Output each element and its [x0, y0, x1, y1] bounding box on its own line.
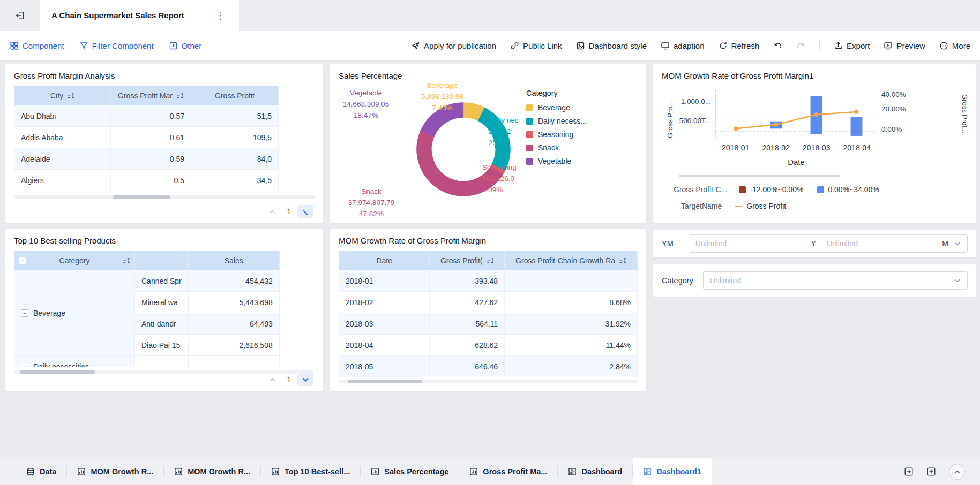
chevron-down-icon: [954, 240, 961, 247]
filter-icon: [79, 41, 88, 50]
exit-icon: [15, 11, 25, 20]
collapse-group-icon[interactable]: −: [21, 363, 28, 368]
component-icon: [10, 41, 19, 50]
dashboard-style-button[interactable]: Dashboard style: [576, 41, 647, 50]
table-row[interactable]: 2018-02427.628.68%: [339, 292, 638, 313]
legend-target-label: TargetName: [681, 202, 722, 210]
sort-icon[interactable]: [67, 92, 74, 100]
table-row[interactable]: Algiers0.534,5: [14, 170, 279, 191]
category-filter-panel: Category Unlimited: [653, 264, 976, 297]
table-row[interactable]: Adelaide0.5984,0: [14, 148, 279, 170]
table-row[interactable]: 2018-01393.48: [339, 270, 638, 292]
legend-item-daily-necessities[interactable]: Daily necess...: [526, 117, 587, 125]
component-button[interactable]: Component: [10, 41, 64, 50]
mom-chart-svg: [716, 90, 877, 139]
apply-for-publication-button[interactable]: Apply for publication: [411, 41, 496, 50]
horizontal-scrollbar[interactable]: [339, 380, 638, 383]
horizontal-scrollbar[interactable]: [14, 195, 315, 199]
undo-button[interactable]: [773, 41, 782, 50]
right-axis-tick: 0.00%: [881, 125, 915, 133]
report-title-container: A Chain Supermarket Sales Report ⋮: [40, 0, 239, 31]
page-down-button[interactable]: [297, 205, 313, 218]
table-row[interactable]: 2018-04628.6211.44%: [339, 335, 638, 356]
tab-sales-percentage[interactable]: Sales Percentage: [361, 458, 459, 485]
tab-top-10-best-selling[interactable]: Top 10 Best-sell...: [261, 458, 360, 485]
redo-button[interactable]: [796, 41, 805, 50]
column-header-profit[interactable]: Gross Profit: [191, 86, 279, 105]
x-axis-title: Date: [715, 157, 877, 166]
chart-zoom-slider[interactable]: [679, 175, 840, 177]
toolbar-right-group: Apply for publication Public Link Dashbo…: [411, 40, 970, 51]
tab-dashboard1[interactable]: Dashboard1: [633, 458, 712, 485]
category-filter-select[interactable]: Unlimited: [703, 271, 968, 290]
panel-title: MOM Growth Rate of Gross Profit Margin: [339, 236, 638, 245]
callout-beverage: Beverage5,898,130.987.43%: [401, 80, 484, 114]
table-row[interactable]: 2018-05646.462.84%: [339, 356, 638, 377]
more-label: More: [952, 41, 970, 50]
page-up-button[interactable]: [264, 205, 280, 218]
legend-item-seasoning[interactable]: Seasoning: [526, 130, 587, 139]
add-dashboard-icon[interactable]: [926, 467, 936, 476]
legend-title: Category: [526, 89, 587, 97]
style-icon: [576, 41, 585, 50]
collapse-bar-button[interactable]: [949, 464, 965, 480]
table-row[interactable]: Addis Ababa0.61109,5: [14, 127, 279, 148]
public-link-button[interactable]: Public Link: [510, 41, 562, 50]
preview-button[interactable]: Preview: [884, 41, 925, 50]
legend-swatch: [526, 158, 533, 165]
table-row[interactable]: −Daily necessities: [14, 356, 280, 368]
component-label: Component: [23, 41, 64, 50]
kebab-menu-icon[interactable]: ⋮: [213, 10, 227, 21]
tab-data[interactable]: Data: [16, 458, 66, 485]
column-header-chain-growth[interactable]: Gross Profit-Chain Growth Ra: [505, 251, 638, 270]
legend-item-snack[interactable]: Snack: [526, 143, 587, 152]
page-number: 1: [287, 375, 291, 384]
more-button[interactable]: More: [939, 41, 970, 50]
legend-target-name: Gross Profit: [746, 202, 786, 210]
refresh-button[interactable]: Refresh: [719, 41, 760, 50]
column-header-product[interactable]: [135, 251, 189, 270]
other-button[interactable]: Other: [169, 41, 202, 50]
tab-dashboard[interactable]: Dashboard: [558, 458, 632, 485]
legend-pos-label: 0.00%~34.00%: [828, 185, 879, 194]
group-label: Beverage: [33, 309, 65, 317]
sort-icon[interactable]: [487, 257, 494, 264]
collapse-group-icon[interactable]: −: [21, 309, 28, 317]
link-icon: [510, 41, 519, 50]
column-header-date[interactable]: Date: [339, 251, 430, 270]
chart-icon: [271, 467, 280, 476]
column-header-margin[interactable]: Gross Profit Mar: [111, 86, 191, 105]
column-header-gross-profit[interactable]: Gross Profit(: [430, 251, 505, 270]
sort-icon[interactable]: [619, 257, 626, 264]
table-row[interactable]: 2018-03564.1131.92%: [339, 313, 638, 335]
tab-mom-growth-2[interactable]: MOM Growth R...: [164, 458, 260, 485]
legend-pos-swatch[interactable]: [817, 186, 824, 193]
pc-adaption-icon[interactable]: [904, 467, 914, 476]
sort-icon[interactable]: [176, 92, 184, 100]
table-row[interactable]: −Beverage Canned Spr 454,432: [14, 270, 280, 292]
left-axis-tick: 1,000.0...: [676, 97, 711, 105]
sort-icon[interactable]: [123, 257, 130, 264]
tab-mom-growth-1[interactable]: MOM Growth R...: [67, 458, 163, 485]
ym-filter-input[interactable]: Unlimited Y Unlimited M: [689, 234, 968, 253]
filter-component-button[interactable]: Filter Component: [79, 41, 154, 50]
adaption-icon: [661, 41, 670, 50]
column-header-sales[interactable]: Sales: [188, 251, 279, 270]
page-up-button[interactable]: [264, 373, 280, 386]
adaption-button[interactable]: adaption: [661, 41, 705, 50]
export-button[interactable]: Export: [834, 41, 870, 50]
combo-plot[interactable]: [715, 90, 877, 139]
chart-icon: [469, 467, 478, 476]
legend-neg-swatch[interactable]: [739, 186, 746, 193]
column-header-city[interactable]: City: [14, 86, 111, 105]
column-header-category[interactable]: − Category: [14, 251, 135, 270]
legend-item-vegetable[interactable]: Vegetable: [526, 157, 587, 165]
page-down-button[interactable]: [297, 373, 313, 386]
tab-gross-profit-margin[interactable]: Gross Profit Ma...: [459, 458, 557, 485]
table-row[interactable]: Abu Dhabi0.5751,5: [14, 105, 279, 127]
mom-growth-chart-panel: MOM Growth Rate of Gross Profit Margin1 …: [653, 64, 976, 223]
collapse-all-icon[interactable]: −: [19, 257, 26, 264]
legend-item-beverage[interactable]: Beverage: [526, 103, 587, 112]
panel-title: MOM Growth Rate of Gross Profit Margin1: [662, 71, 968, 80]
exit-button[interactable]: [0, 0, 40, 31]
